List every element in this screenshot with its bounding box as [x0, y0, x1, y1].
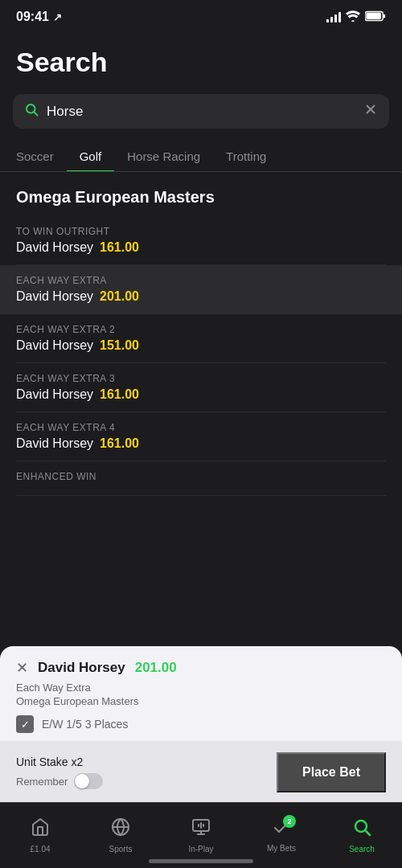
bet-row-enhanced: ENHANCED WIN [16, 461, 386, 496]
status-icons [326, 10, 386, 24]
bet-label: EACH WAY EXTRA 2 [16, 324, 386, 335]
mybets-badge-container: 2 [272, 818, 291, 841]
page-title: Search [16, 47, 386, 78]
svg-point-3 [27, 104, 35, 113]
battery-icon [365, 10, 386, 24]
unit-stake: Unit Stake x2 [16, 755, 103, 768]
bet-name: David Horsey [16, 240, 93, 255]
status-time: 09:41 [16, 10, 49, 24]
bet-label: EACH WAY EXTRA 4 [16, 422, 386, 433]
sports-icon [111, 817, 130, 841]
close-slip-button[interactable]: ✕ [16, 659, 28, 677]
bet-odds: 201.00 [100, 289, 139, 304]
bet-odds: 161.00 [100, 240, 139, 255]
svg-point-15 [355, 821, 367, 832]
tab-horse-racing[interactable]: Horse Racing [114, 141, 213, 171]
section-title: Omega European Masters [16, 172, 386, 216]
svg-line-4 [35, 113, 38, 116]
slip-sub2: Omega European Masters [16, 695, 386, 707]
wifi-icon [346, 10, 360, 24]
bet-row[interactable]: EACH WAY EXTRA 3 David Horsey 161.00 [16, 363, 386, 412]
search-value[interactable]: Horse [47, 104, 355, 120]
ew-text: E/W 1/5 3 Places [42, 718, 128, 731]
search-nav-icon [352, 817, 371, 841]
tabs-container: Soccer Golf Horse Racing Trotting [0, 141, 402, 172]
bet-name: David Horsey [16, 436, 93, 451]
tab-soccer[interactable]: Soccer [0, 141, 67, 171]
inplay-icon [191, 817, 211, 841]
nav-item-inplay[interactable]: In-Play [161, 803, 241, 862]
svg-rect-2 [384, 14, 385, 18]
nav-label-home: £1.04 [30, 845, 50, 854]
nav-item-search[interactable]: Search [322, 803, 402, 862]
bet-odds: 161.00 [100, 436, 139, 451]
mybets-badge: 2 [283, 815, 296, 828]
bet-label: EACH WAY EXTRA [16, 275, 386, 286]
slip-sub1: Each Way Extra [16, 682, 386, 694]
clear-icon[interactable] [363, 102, 378, 121]
remember-toggle[interactable]: Remember [16, 773, 103, 789]
bet-label: ENHANCED WIN [16, 471, 386, 482]
nav-item-mybets[interactable]: 2 My Bets [241, 803, 322, 862]
page-header: Search [0, 31, 402, 86]
home-icon [31, 817, 50, 841]
bet-name: David Horsey [16, 338, 93, 353]
bet-row-highlighted[interactable]: EACH WAY EXTRA David Horsey 201.00 [0, 265, 402, 314]
home-indicator [149, 859, 253, 863]
nav-label-mybets: My Bets [267, 844, 296, 853]
location-icon: ↗ [53, 11, 62, 23]
place-bet-button[interactable]: Place Bet [277, 752, 386, 792]
signal-icon [326, 11, 341, 23]
bet-name: David Horsey [16, 289, 93, 304]
status-bar: 09:41 ↗ [0, 0, 402, 31]
nav-label-inplay: In-Play [188, 845, 213, 854]
bet-odds: 161.00 [100, 387, 139, 402]
bottom-nav: £1.04 Sports In-Play [0, 802, 402, 868]
bet-odds: 151.00 [100, 338, 139, 353]
tab-trotting[interactable]: Trotting [213, 141, 279, 171]
bet-label: EACH WAY EXTRA 3 [16, 373, 386, 384]
bet-label: TO WIN OUTRIGHT [16, 226, 386, 237]
search-icon [24, 102, 39, 121]
nav-item-home[interactable]: £1.04 [0, 803, 80, 862]
svg-line-16 [366, 831, 370, 835]
bet-row[interactable]: TO WIN OUTRIGHT David Horsey 161.00 [16, 216, 386, 265]
nav-label-search: Search [349, 845, 375, 854]
slip-name: David Horsey [38, 660, 125, 676]
toggle-pill[interactable] [74, 773, 103, 789]
nav-label-sports: Sports [109, 845, 133, 854]
bet-row[interactable]: EACH WAY EXTRA 2 David Horsey 151.00 [16, 314, 386, 363]
remember-label: Remember [16, 776, 68, 788]
bet-name: David Horsey [16, 387, 93, 402]
check-icon: ✓ [21, 719, 30, 731]
bet-slip: ✕ David Horsey 201.00 Each Way Extra Ome… [0, 646, 402, 804]
search-bar[interactable]: Horse [13, 94, 389, 129]
nav-item-sports[interactable]: Sports [80, 803, 161, 862]
tab-golf[interactable]: Golf [67, 141, 115, 171]
main-content: Omega European Masters TO WIN OUTRIGHT D… [0, 172, 402, 496]
bet-row[interactable]: EACH WAY EXTRA 4 David Horsey 161.00 [16, 412, 386, 461]
svg-rect-1 [366, 12, 381, 18]
ew-checkbox[interactable]: ✓ [16, 715, 34, 733]
slip-odds: 201.00 [135, 660, 177, 676]
